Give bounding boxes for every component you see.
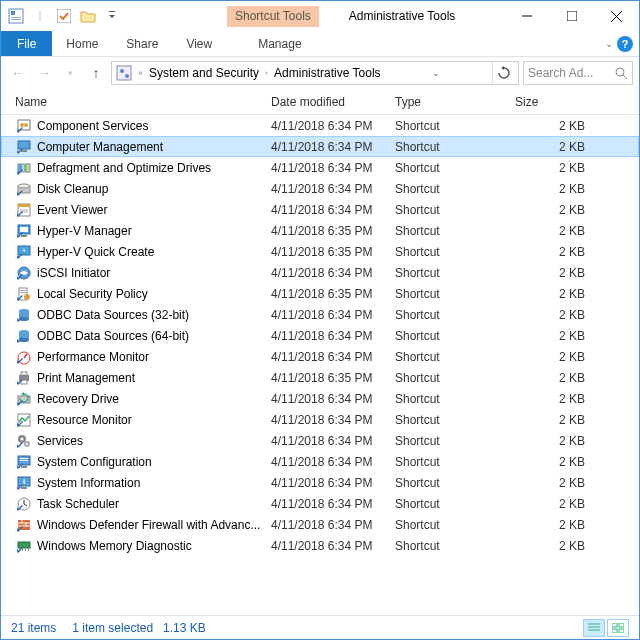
svg-rect-81	[619, 623, 624, 627]
file-icon	[15, 118, 33, 134]
share-tab[interactable]: Share	[112, 31, 172, 56]
file-date: 4/11/2018 6:35 PM	[271, 245, 395, 259]
svg-point-39	[24, 294, 30, 300]
file-size: 2 KB	[515, 497, 585, 511]
file-name: Recovery Drive	[37, 392, 271, 406]
statusbar: 21 items 1 item selected 1.13 KB	[1, 615, 639, 639]
file-size: 2 KB	[515, 161, 585, 175]
svg-point-12	[120, 69, 124, 73]
titlebar: Shortcut Tools Administrative Tools	[1, 1, 639, 31]
file-row[interactable]: Disk Cleanup4/11/2018 6:34 PMShortcut2 K…	[1, 178, 639, 199]
view-details-button[interactable]	[583, 619, 605, 637]
file-date: 4/11/2018 6:34 PM	[271, 497, 395, 511]
breadcrumb-system-security[interactable]: System and Security	[149, 66, 259, 80]
search-input[interactable]: Search Ad...	[523, 61, 633, 85]
search-placeholder: Search Ad...	[528, 66, 593, 80]
properties-icon[interactable]	[5, 5, 27, 27]
breadcrumb-admin-tools[interactable]: Administrative Tools	[274, 66, 381, 80]
file-row[interactable]: iSCSI Initiator4/11/2018 6:34 PMShortcut…	[1, 262, 639, 283]
ribbon-expand-icon[interactable]: ⌄	[605, 38, 613, 49]
svg-text:+: +	[22, 247, 26, 254]
nav-up-button[interactable]: ↑	[85, 62, 107, 84]
file-icon: i	[15, 475, 33, 491]
manage-tab[interactable]: Manage	[244, 31, 315, 56]
column-size[interactable]: Size	[515, 95, 593, 109]
file-type: Shortcut	[395, 308, 515, 322]
search-icon	[615, 67, 628, 80]
file-date: 4/11/2018 6:34 PM	[271, 476, 395, 490]
file-size: 2 KB	[515, 518, 585, 532]
svg-point-54	[21, 437, 24, 440]
file-date: 4/11/2018 6:34 PM	[271, 140, 395, 154]
checkbox-icon[interactable]	[53, 5, 75, 27]
file-row[interactable]: ODBC Data Sources (32-bit)4/11/2018 6:34…	[1, 304, 639, 325]
address-bar[interactable]: « System and Security › Administrative T…	[111, 61, 519, 85]
file-row[interactable]: Hyper-V Manager4/11/2018 6:35 PMShortcut…	[1, 220, 639, 241]
file-row[interactable]: Windows Memory Diagnostic4/11/2018 6:34 …	[1, 535, 639, 556]
svg-rect-11	[117, 66, 131, 80]
file-tab[interactable]: File	[1, 31, 52, 56]
column-headers: Name Date modified Type Size	[1, 89, 639, 115]
maximize-button[interactable]	[549, 1, 594, 31]
home-tab[interactable]: Home	[52, 31, 112, 56]
refresh-button[interactable]	[492, 62, 514, 84]
svg-rect-6	[109, 11, 115, 12]
file-row[interactable]: +Hyper-V Quick Create4/11/2018 6:35 PMSh…	[1, 241, 639, 262]
file-row[interactable]: iSystem Information4/11/2018 6:34 PMShor…	[1, 472, 639, 493]
file-row[interactable]: Task Scheduler4/11/2018 6:34 PMShortcut2…	[1, 493, 639, 514]
file-type: Shortcut	[395, 287, 515, 301]
file-icon	[15, 433, 33, 449]
file-row[interactable]: Local Security Policy4/11/2018 6:35 PMSh…	[1, 283, 639, 304]
file-date: 4/11/2018 6:35 PM	[271, 287, 395, 301]
svg-rect-76	[28, 549, 29, 551]
column-type[interactable]: Type	[395, 95, 515, 109]
file-icon	[15, 307, 33, 323]
crumb-chevron-icon[interactable]: «	[136, 68, 145, 78]
file-row[interactable]: System Configuration4/11/2018 6:34 PMSho…	[1, 451, 639, 472]
nav-recent-dropdown[interactable]: ▾	[59, 62, 81, 84]
file-row[interactable]: ODBC Data Sources (64-bit)4/11/2018 6:34…	[1, 325, 639, 346]
file-date: 4/11/2018 6:34 PM	[271, 329, 395, 343]
file-row[interactable]: Event Viewer4/11/2018 6:34 PMShortcut2 K…	[1, 199, 639, 220]
view-large-icons-button[interactable]	[607, 619, 629, 637]
file-icon	[15, 538, 33, 554]
qat-dropdown-icon[interactable]	[101, 5, 123, 27]
file-row[interactable]: Defragment and Optimize Drives4/11/2018 …	[1, 157, 639, 178]
file-row[interactable]: Windows Defender Firewall with Advanc...…	[1, 514, 639, 535]
file-name: Windows Defender Firewall with Advanc...	[37, 518, 271, 532]
file-icon	[15, 286, 33, 302]
column-name[interactable]: Name	[15, 95, 271, 109]
file-size: 2 KB	[515, 350, 585, 364]
file-row[interactable]: Services4/11/2018 6:34 PMShortcut2 KB	[1, 430, 639, 451]
file-icon	[15, 160, 33, 176]
file-name: Local Security Policy	[37, 287, 271, 301]
file-row[interactable]: Performance Monitor4/11/2018 6:34 PMShor…	[1, 346, 639, 367]
file-row[interactable]: Computer Management4/11/2018 6:34 PMShor…	[1, 136, 639, 157]
new-folder-icon[interactable]	[77, 5, 99, 27]
svg-rect-37	[20, 290, 26, 291]
file-date: 4/11/2018 6:34 PM	[271, 182, 395, 196]
nav-forward-button[interactable]: →	[33, 62, 55, 84]
file-type: Shortcut	[395, 413, 515, 427]
nav-back-button[interactable]: ←	[7, 62, 29, 84]
close-button[interactable]	[594, 1, 639, 31]
svg-rect-82	[612, 629, 617, 633]
file-row[interactable]: Component Services4/11/2018 6:34 PMShort…	[1, 115, 639, 136]
column-date[interactable]: Date modified	[271, 95, 395, 109]
file-row[interactable]: Recovery Drive4/11/2018 6:34 PMShortcut2…	[1, 388, 639, 409]
file-row[interactable]: Print Management4/11/2018 6:35 PMShortcu…	[1, 367, 639, 388]
file-type: Shortcut	[395, 140, 515, 154]
minimize-button[interactable]	[504, 1, 549, 31]
view-tab[interactable]: View	[172, 31, 226, 56]
svg-rect-1	[11, 11, 15, 15]
address-dropdown-icon[interactable]: ⌄	[425, 62, 447, 84]
crumb-chevron-icon[interactable]: ›	[263, 68, 270, 78]
file-name: Component Services	[37, 119, 271, 133]
file-icon	[15, 496, 33, 512]
help-icon[interactable]: ?	[617, 36, 633, 52]
file-row[interactable]: Resource Monitor4/11/2018 6:34 PMShortcu…	[1, 409, 639, 430]
file-size: 2 KB	[515, 413, 585, 427]
file-type: Shortcut	[395, 371, 515, 385]
svg-rect-80	[612, 623, 617, 627]
file-type: Shortcut	[395, 203, 515, 217]
